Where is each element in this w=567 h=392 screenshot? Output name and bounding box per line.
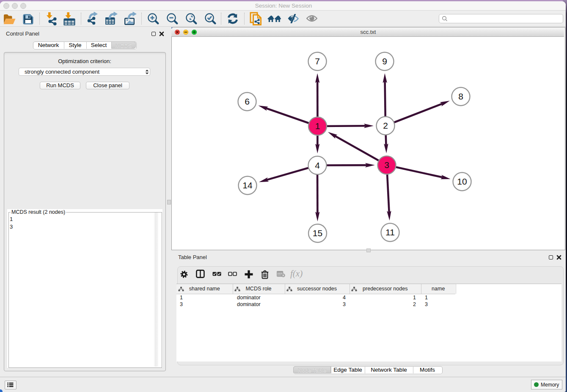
svg-text:10: 10: [457, 177, 467, 186]
svg-text:15: 15: [313, 228, 322, 238]
svg-text:8: 8: [458, 91, 463, 101]
svg-text:9: 9: [382, 56, 387, 66]
svg-text:1: 1: [315, 121, 320, 131]
svg-text:3: 3: [384, 160, 389, 170]
svg-text:11: 11: [385, 227, 395, 237]
svg-text:4: 4: [315, 160, 320, 170]
svg-text:7: 7: [315, 56, 320, 66]
svg-text:6: 6: [245, 97, 250, 106]
svg-text:2: 2: [383, 121, 388, 130]
svg-text:14: 14: [242, 180, 253, 190]
